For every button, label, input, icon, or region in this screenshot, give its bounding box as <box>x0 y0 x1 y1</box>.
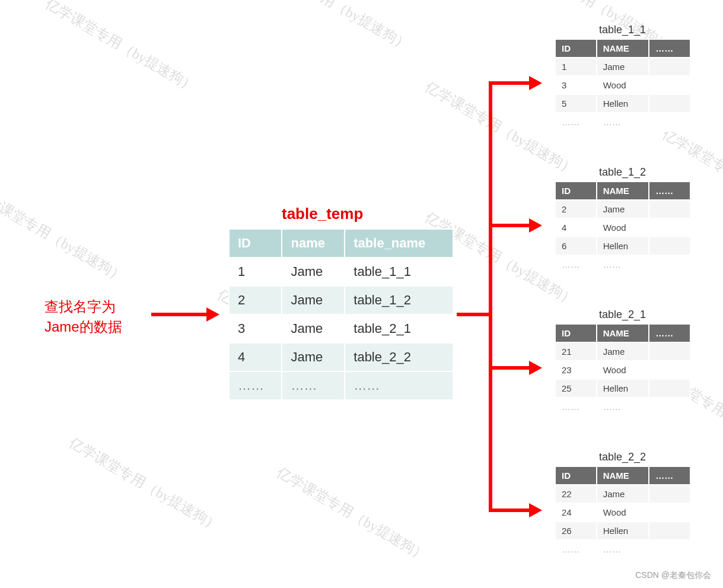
cell: 3 <box>555 76 597 94</box>
table-row: 4Jametable_2_2 <box>229 343 453 371</box>
cell <box>649 76 690 94</box>
cell: 1 <box>555 58 597 76</box>
table-row: 5Hellen <box>555 94 690 113</box>
cell <box>649 379 690 398</box>
table-row: 3Jametable_2_1 <box>229 314 453 343</box>
col-id: ID <box>555 39 597 58</box>
cell: …… <box>597 398 649 416</box>
watermark: 亿学课堂专用（by提速狗） <box>0 184 129 286</box>
cell: 1 <box>229 258 282 286</box>
cell <box>649 200 690 218</box>
watermark: 亿学课堂专用（by提速狗） <box>273 463 431 565</box>
col-name: NAME <box>597 466 649 485</box>
arrow-line <box>489 81 492 508</box>
table-row: ………… <box>555 255 690 274</box>
table-row: 1Jametable_1_1 <box>229 258 453 286</box>
cell: …… <box>597 113 649 131</box>
cell <box>649 522 690 540</box>
arrow-line <box>489 224 530 227</box>
cell: Hellen <box>597 379 649 398</box>
cell <box>649 113 690 131</box>
cell: Wood <box>597 503 649 522</box>
mini-table: ID NAME …… 2Jame 4Wood 6Hellen ………… <box>555 181 691 274</box>
cell: Jame <box>597 485 649 503</box>
table-row: 1Jame <box>555 58 690 76</box>
mini-table-title: table_1_2 <box>599 166 646 179</box>
arrow-line <box>489 81 530 85</box>
cell <box>649 398 690 416</box>
cell <box>649 237 690 255</box>
cell: 25 <box>555 379 597 398</box>
mini-table: ID NAME …… 22Jame 24Wood 26Hellen ………… <box>555 466 691 559</box>
cell: 26 <box>555 522 597 540</box>
col-more: …… <box>649 324 690 342</box>
cell <box>649 58 690 76</box>
mini-table: ID NAME …… 21Jame 23Wood 25Hellen ………… <box>555 323 691 417</box>
table-row: 2Jametable_1_2 <box>229 286 453 314</box>
cell: …… <box>555 113 597 131</box>
table-row: 25Hellen <box>555 379 690 398</box>
watermark: 亿学课堂专用（by提速狗） <box>256 0 413 55</box>
col-id: ID <box>555 324 597 342</box>
table-header-row: ID NAME …… <box>555 39 690 58</box>
table-row: ………… <box>555 540 690 558</box>
cell: …… <box>229 371 282 400</box>
table-row: 23Wood <box>555 361 690 379</box>
mini-table-title: table_1_1 <box>599 24 646 36</box>
arrow-head-icon <box>529 503 542 517</box>
table-row: ……………… <box>229 371 453 400</box>
cell: 21 <box>555 342 597 361</box>
cell <box>649 361 690 379</box>
query-label: 查找名字为 Jame的数据 <box>44 297 122 336</box>
cell: Hellen <box>597 237 649 255</box>
cell <box>649 503 690 522</box>
table-row: 2Jame <box>555 200 690 218</box>
col-id: ID <box>229 229 282 258</box>
cell: …… <box>555 255 597 274</box>
col-table-name: table_name <box>345 229 453 258</box>
cell: Jame <box>282 286 345 314</box>
col-id: ID <box>555 182 597 200</box>
cell: …… <box>282 371 345 400</box>
arrow-line <box>489 508 530 512</box>
cell: Hellen <box>597 522 649 540</box>
watermark: 亿学课堂专用（by提速狗） <box>42 0 199 96</box>
table-header-row: ID NAME …… <box>555 466 690 485</box>
table-row: 21Jame <box>555 342 690 361</box>
table-row: 6Hellen <box>555 237 690 255</box>
watermark: 亿学课堂专用（by提速狗） <box>66 433 223 535</box>
cell: Wood <box>597 361 649 379</box>
cell <box>649 255 690 274</box>
cell: 24 <box>555 503 597 522</box>
cell: 3 <box>229 314 282 343</box>
table-row: 3Wood <box>555 76 690 94</box>
arrow-head-icon <box>529 76 542 90</box>
cell: Jame <box>282 343 345 371</box>
temp-table: ID name table_name 1Jametable_1_1 2Jamet… <box>228 228 454 401</box>
table-row: 22Jame <box>555 485 690 503</box>
arrow-head-icon <box>206 307 219 322</box>
mini-table-title: table_2_1 <box>599 309 646 321</box>
cell: 22 <box>555 485 597 503</box>
arrow-line <box>151 313 208 316</box>
col-id: ID <box>555 466 597 485</box>
cell: table_2_1 <box>345 314 453 343</box>
cell: 6 <box>555 237 597 255</box>
mini-table-title: table_2_2 <box>599 451 646 463</box>
arrow-head-icon <box>529 361 542 375</box>
col-more: …… <box>649 39 690 58</box>
cell <box>649 218 690 237</box>
cell: …… <box>345 371 453 400</box>
col-name: NAME <box>597 182 649 200</box>
col-name: NAME <box>597 39 649 58</box>
cell: …… <box>555 540 597 558</box>
table-header-row: ID name table_name <box>229 229 453 258</box>
cell: Hellen <box>597 94 649 113</box>
arrow-head-icon <box>529 218 542 233</box>
cell: …… <box>555 398 597 416</box>
cell: 23 <box>555 361 597 379</box>
table-row: ………… <box>555 113 690 131</box>
arrow-line <box>457 313 492 316</box>
table-row: 26Hellen <box>555 522 690 540</box>
table-header-row: ID NAME …… <box>555 182 690 200</box>
